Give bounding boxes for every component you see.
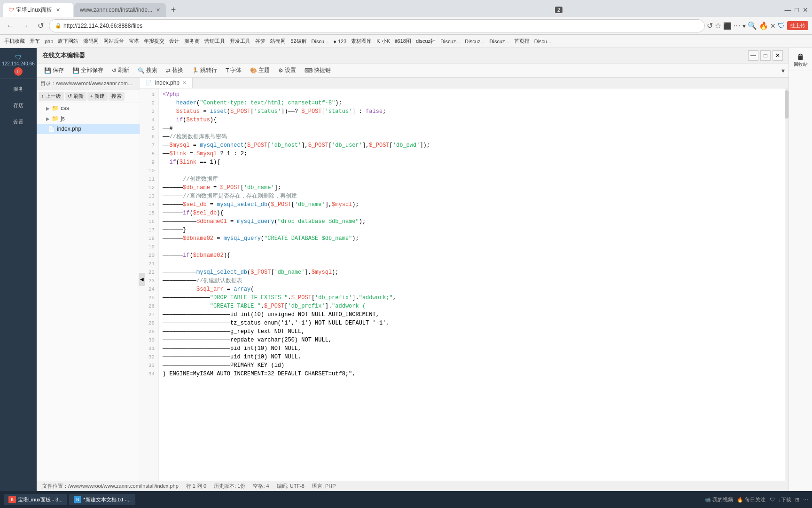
nav-back-button[interactable]: ← [4, 19, 17, 32]
tree-item-js[interactable]: ▶ 📁 js [37, 113, 140, 124]
taskbar-download-icon[interactable]: ↓下载 [779, 496, 792, 503]
sidebar-item-service[interactable]: 服务 [0, 81, 37, 97]
close-btn-icon[interactable]: ✕ [770, 22, 776, 30]
code-line-11: ——————//创建数据库 [163, 175, 781, 183]
bookmark-服务商[interactable]: 服务商 [182, 37, 202, 46]
tree-new-button[interactable]: + 新建 [87, 92, 108, 101]
nav-forward-button[interactable]: → [19, 19, 32, 32]
editor-collapse-button[interactable]: ▾ [781, 67, 785, 74]
maximize-window-icon[interactable]: □ [795, 6, 799, 14]
extension-icon[interactable]: ⬛ [723, 22, 731, 30]
taskbar-more2-icon[interactable]: ⋯ [803, 497, 808, 503]
bookmark-discuz2[interactable]: Discuz... [462, 38, 487, 45]
taskbar-right-icons: 📹 我的视频 🔥 每日关注 🛡 ↓下载 ⊞ ⋯ [704, 496, 808, 503]
editor-theme-button[interactable]: 🎨 主题 [246, 65, 273, 76]
font-icon: T [226, 67, 229, 74]
more-icon[interactable]: ⋯ [733, 21, 741, 30]
minimize-window-icon[interactable]: — [785, 6, 791, 14]
bookmark-谷梦[interactable]: 谷梦 [253, 37, 268, 46]
code-line-26: ——————————————"CREATE TABLE ".$_POST['db… [163, 302, 781, 310]
bookmark-营销工具[interactable]: 营销工具 [202, 37, 227, 46]
bookmark-源码网[interactable]: 源码网 [81, 37, 101, 46]
goto-icon: 🏃 [192, 67, 199, 74]
editor-maximize-button[interactable]: □ [760, 50, 771, 61]
bookmark-Discu2[interactable]: Discu... [532, 38, 554, 45]
star-icon[interactable]: ☆ [715, 21, 721, 30]
code-line-25: ——————————————"DROP TABLE IF EXISTS ".$_… [163, 294, 781, 302]
tab-close-2[interactable]: ✕ [156, 7, 160, 13]
bookmark-123[interactable]: ● 123 [331, 38, 349, 45]
code-line-12: ——————$db_name = $_POST['db_name']; [163, 183, 781, 192]
editor-search-button[interactable]: 🔍 搜索 [134, 65, 161, 76]
tree-up-button[interactable]: ↑ 上一级 [39, 92, 64, 101]
bookmark-discuz社[interactable]: discuz社 [414, 37, 438, 46]
search-icon[interactable]: 🔍 [748, 21, 757, 30]
editor-save-button[interactable]: 💾 保存 [40, 65, 68, 76]
code-area[interactable]: 1 2 3 4 5 6 7 8 9 10 11 [140, 88, 789, 481]
bookmark-站売网[interactable]: 站売网 [268, 37, 288, 46]
tree-item-index-php[interactable]: 📄 index.php [37, 124, 140, 134]
editor-refresh-button[interactable]: ↺ 刷新 [108, 65, 133, 76]
close-window-icon[interactable]: ✕ [803, 6, 808, 14]
editor-minimize-button[interactable]: — [748, 50, 758, 61]
scrollbar-thumb[interactable] [785, 90, 789, 119]
bookmark-宝塔[interactable]: 宝塔 [126, 37, 141, 46]
banner-btn[interactable]: 挂上传 [787, 21, 808, 30]
tab-active[interactable]: 🛡 宝塔Linux面板 ✕ [3, 3, 73, 17]
tree-item-css[interactable]: ▶ 📁 css [37, 103, 140, 113]
sidebar-item-settings[interactable]: 设置 [0, 114, 37, 130]
code-line-34: ) ENGINE=MyISAM AUTO_INCREMENT=32 DEFAUL… [163, 370, 781, 378]
editor-save-all-button[interactable]: 💾 全部保存 [69, 65, 107, 76]
bookmark-开车[interactable]: 开车 [27, 37, 42, 46]
bookmark-网站后台[interactable]: 网站后台 [101, 37, 126, 46]
bookmark-K[interactable]: K 小K [374, 37, 392, 46]
editor-tab-index-php[interactable]: 📄 index.php ✕ [140, 78, 193, 88]
bookmark-Discu[interactable]: Discu... [309, 38, 331, 45]
bookmark-手机收藏[interactable]: 手机收藏 [2, 37, 27, 46]
bookmark-php[interactable]: php [42, 38, 55, 45]
tab-close-1[interactable]: ✕ [56, 7, 60, 13]
new-tab-button[interactable]: + [168, 4, 179, 16]
bookmark-首页排[interactable]: 首页排 [512, 37, 532, 46]
tab-inactive[interactable]: www.zannr.com/install/inde... ✕ [74, 3, 166, 17]
dropdown-icon[interactable]: ▾ [742, 22, 746, 30]
taskbar-video-icon[interactable]: 📹 我的视频 [704, 496, 733, 503]
bookmark-it618[interactable]: it618图 [392, 37, 414, 46]
editor-settings-button[interactable]: ⚙ 设置 [274, 65, 300, 76]
taskbar-daily-icon[interactable]: 🔥 每日关注 [737, 496, 765, 503]
tree-collapse-arrow[interactable]: ◀ [139, 273, 145, 286]
editor-replace-button[interactable]: ⇄ 替换 [162, 65, 187, 76]
bookmark-52破解[interactable]: 52破解 [288, 37, 309, 46]
taskbar-grid-icon[interactable]: ⊞ [795, 497, 799, 503]
scrollbar-track[interactable] [785, 88, 789, 481]
bookmark-旗下网站[interactable]: 旗下网站 [55, 37, 81, 46]
code-line-6: ——//检测数据库账号密码 [163, 133, 781, 141]
bookmark-年报提交[interactable]: 年报提交 [141, 37, 167, 46]
editor-font-button[interactable]: T 字体 [222, 65, 245, 76]
address-bar[interactable]: 🔒 http://122.114.240.66:8888/files [49, 19, 705, 32]
code-line-20: ——————if($dbname02){ [163, 251, 781, 260]
bookmark-discuz3[interactable]: Discuz... [487, 38, 512, 45]
editor-goto-button[interactable]: 🏃 跳转行 [188, 65, 221, 76]
right-panel-recycle[interactable]: 🗑 回收站 [789, 50, 812, 71]
tree-search-button[interactable]: 搜索 [109, 92, 125, 101]
bookmark-开发工具[interactable]: 开发工具 [227, 37, 253, 46]
editor-close-button[interactable]: ✕ [773, 50, 783, 61]
taskbar-item-notepad[interactable]: N *新建文本文档.txt -... [69, 494, 135, 505]
bookmark-设计[interactable]: 设计 [167, 37, 182, 46]
tree-refresh-button[interactable]: ↺ 刷新 [65, 92, 86, 101]
shield-icon[interactable]: 🛡 [778, 22, 785, 30]
bookmark-素材[interactable]: 素材图库 [349, 37, 374, 46]
refresh-address-icon[interactable]: ↺ [707, 21, 713, 30]
taskbar-item-bt[interactable]: B 宝塔Linux面板 - 3... [4, 494, 67, 505]
fire-icon[interactable]: 🔥 [759, 21, 768, 30]
bookmark-discuz1[interactable]: Discuz... [438, 38, 462, 45]
code-line-19 [163, 243, 781, 251]
sidebar-item-store[interactable]: 存店 [0, 97, 37, 114]
search-editor-icon: 🔍 [138, 67, 145, 74]
code-content[interactable]: <?php header("Content-type: text/html; c… [159, 88, 785, 481]
nav-refresh-button[interactable]: ↺ [34, 19, 47, 32]
taskbar-shield2-icon[interactable]: 🛡 [770, 497, 775, 502]
editor-shortcuts-button[interactable]: ⌨ 快捷键 [301, 65, 335, 76]
tab-close-editor[interactable]: ✕ [182, 80, 187, 86]
